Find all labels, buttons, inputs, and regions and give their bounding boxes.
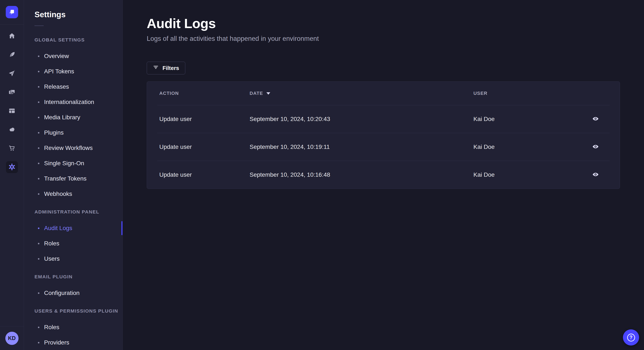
eye-icon bbox=[592, 143, 599, 151]
cell-date: September 10, 2024, 10:16:48 bbox=[250, 172, 474, 178]
rail-icon-nav bbox=[6, 24, 18, 326]
home-icon bbox=[8, 32, 16, 40]
cell-user: Kai Doe bbox=[474, 116, 584, 123]
sort-caret-down-icon bbox=[266, 92, 270, 95]
rail-item-marketplace[interactable] bbox=[6, 143, 18, 154]
bullet-icon bbox=[38, 327, 40, 328]
shopping-cart-icon bbox=[8, 145, 16, 153]
images-icon bbox=[8, 88, 16, 96]
eye-icon bbox=[592, 116, 599, 123]
cell-user: Kai Doe bbox=[474, 172, 584, 178]
sidebar-item-email-configuration[interactable]: Configuration bbox=[24, 285, 122, 301]
layout-panels-icon bbox=[8, 107, 16, 115]
bullet-icon bbox=[38, 117, 40, 118]
sidebar-item-releases[interactable]: Releases bbox=[24, 79, 122, 94]
cell-user: Kai Doe bbox=[474, 144, 584, 150]
section-administration-panel: ADMINISTRATION PANEL Audit Logs Roles Us… bbox=[24, 209, 122, 266]
filters-button-label: Filters bbox=[162, 65, 179, 71]
bullet-icon bbox=[38, 55, 40, 57]
rail-item-layout[interactable] bbox=[6, 105, 18, 117]
user-avatar[interactable]: KD bbox=[5, 332, 18, 345]
bullet-icon bbox=[38, 147, 40, 149]
subnav-header: Settings bbox=[24, 0, 122, 26]
main-content: Audit Logs Logs of all the activities th… bbox=[123, 0, 644, 350]
sidebar-item-internationalization[interactable]: Internationalization bbox=[24, 94, 122, 110]
table-row[interactable]: Update user September 10, 2024, 10:20:43… bbox=[147, 105, 620, 133]
column-header-user: USER bbox=[474, 91, 584, 96]
cell-date: September 10, 2024, 10:19:11 bbox=[250, 144, 474, 150]
view-details-button[interactable] bbox=[591, 114, 600, 124]
rail-item-cloud[interactable] bbox=[6, 124, 18, 136]
sidebar-item-single-sign-on[interactable]: Single Sign-On bbox=[24, 156, 122, 171]
rail-item-settings[interactable] bbox=[6, 161, 18, 173]
sidebar-item-admin-users[interactable]: Users bbox=[24, 251, 122, 266]
sidebar-item-overview[interactable]: Overview bbox=[24, 48, 122, 64]
filter-icon bbox=[153, 64, 159, 72]
sidebar-item-api-tokens[interactable]: API Tokens bbox=[24, 64, 122, 79]
cloud-icon bbox=[8, 126, 16, 134]
cell-action: Update user bbox=[159, 172, 250, 178]
section-label: GLOBAL SETTINGS bbox=[34, 37, 122, 43]
bullet-icon bbox=[38, 71, 40, 72]
bullet-icon bbox=[38, 132, 40, 134]
main-nav-rail: KD bbox=[0, 0, 24, 350]
sidebar-item-review-workflows[interactable]: Review Workflows bbox=[24, 140, 122, 156]
bullet-icon bbox=[38, 292, 40, 294]
strapi-logo-icon bbox=[8, 8, 16, 16]
sidebar-item-up-providers[interactable]: Providers bbox=[24, 335, 122, 350]
cell-action: Update user bbox=[159, 116, 250, 123]
rail-item-content-manager[interactable] bbox=[6, 49, 18, 61]
paper-plane-icon bbox=[8, 70, 16, 78]
column-header-date-label: DATE bbox=[250, 91, 263, 96]
view-details-button[interactable] bbox=[591, 142, 600, 152]
sidebar-item-media-library[interactable]: Media Library bbox=[24, 110, 122, 125]
rail-item-home[interactable] bbox=[6, 30, 18, 42]
rail-user-area: KD bbox=[0, 326, 24, 350]
filters-button[interactable]: Filters bbox=[147, 62, 185, 74]
strapi-logo[interactable] bbox=[6, 6, 18, 18]
eye-icon bbox=[592, 171, 599, 178]
section-label: ADMINISTRATION PANEL bbox=[34, 209, 122, 215]
section-global-settings: GLOBAL SETTINGS Overview API Tokens Rele… bbox=[24, 37, 122, 201]
sidebar-item-up-roles[interactable]: Roles bbox=[24, 320, 122, 335]
bullet-icon bbox=[38, 101, 40, 103]
bullet-icon bbox=[38, 258, 40, 260]
settings-gear-icon bbox=[8, 163, 16, 171]
logo-area bbox=[0, 0, 24, 24]
audit-logs-table: ACTION DATE USER Update user September 1… bbox=[147, 81, 620, 189]
table-row[interactable]: Update user September 10, 2024, 10:19:11… bbox=[147, 133, 620, 161]
feather-icon bbox=[8, 51, 16, 59]
subnav-title-divider bbox=[34, 25, 44, 26]
section-users-permissions-plugin: USERS & PERMISSIONS PLUGIN Roles Provide… bbox=[24, 308, 122, 350]
view-details-button[interactable] bbox=[591, 170, 600, 180]
sidebar-item-webhooks[interactable]: Webhooks bbox=[24, 186, 122, 201]
page-subtitle: Logs of all the activities that happened… bbox=[147, 34, 620, 43]
sidebar-item-transfer-tokens[interactable]: Transfer Tokens bbox=[24, 171, 122, 186]
bullet-icon bbox=[38, 243, 40, 244]
bullet-icon bbox=[38, 193, 40, 195]
section-label: USERS & PERMISSIONS PLUGIN bbox=[34, 308, 122, 314]
section-label: EMAIL PLUGIN bbox=[34, 274, 122, 280]
avatar-initials: KD bbox=[8, 335, 16, 341]
help-button[interactable]: ? bbox=[623, 329, 639, 346]
subnav-title: Settings bbox=[34, 10, 122, 19]
rail-item-media-library[interactable] bbox=[6, 86, 18, 98]
column-header-action: ACTION bbox=[159, 91, 250, 96]
settings-subnav: Settings GLOBAL SETTINGS Overview API To… bbox=[24, 0, 123, 350]
bullet-icon bbox=[38, 342, 40, 344]
table-row[interactable]: Update user September 10, 2024, 10:16:48… bbox=[147, 161, 620, 189]
bullet-icon bbox=[38, 178, 40, 179]
bullet-icon bbox=[38, 227, 40, 229]
page-title: Audit Logs bbox=[147, 16, 620, 31]
sidebar-item-admin-roles[interactable]: Roles bbox=[24, 236, 122, 251]
rail-item-content-type-builder[interactable] bbox=[6, 68, 18, 80]
subnav-sections: GLOBAL SETTINGS Overview API Tokens Rele… bbox=[24, 37, 122, 350]
bullet-icon bbox=[38, 163, 40, 164]
sidebar-item-plugins[interactable]: Plugins bbox=[24, 125, 122, 140]
cell-date: September 10, 2024, 10:20:43 bbox=[250, 116, 474, 123]
cell-action: Update user bbox=[159, 144, 250, 150]
bullet-icon bbox=[38, 86, 40, 88]
sidebar-item-audit-logs[interactable]: Audit Logs bbox=[24, 220, 122, 236]
column-header-date[interactable]: DATE bbox=[250, 91, 474, 96]
question-mark-icon: ? bbox=[627, 334, 635, 342]
